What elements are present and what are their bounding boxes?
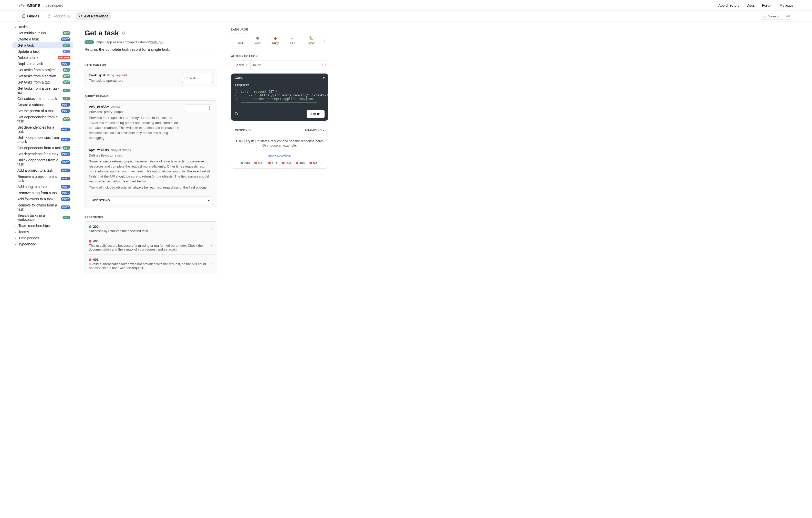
method-badge: POST: [61, 37, 70, 41]
response-row[interactable]: 400This usually occurs because of a miss…: [85, 236, 217, 255]
status-chip[interactable]: 500: [310, 161, 319, 165]
try-it-inline[interactable]: Try It!: [244, 139, 256, 143]
nav-forum[interactable]: Forum: [762, 3, 772, 7]
status-dot-icon: [296, 162, 298, 164]
lang-shell[interactable]: ›_Shell: [231, 34, 248, 47]
sidebar-group[interactable]: ▸Time periods: [12, 235, 75, 241]
method-badge: POST: [61, 169, 70, 172]
status-chip[interactable]: 403: [282, 161, 291, 165]
tab-guides[interactable]: Guides: [19, 12, 42, 20]
chevron-down-icon[interactable]: ▾: [323, 76, 324, 80]
status-chip[interactable]: 404: [296, 161, 305, 165]
sidebar-item[interactable]: Get dependents from a taskGET: [12, 145, 73, 151]
method-badge: GET: [62, 216, 70, 219]
sidebar-item[interactable]: Unlink dependencies from a taskPOST: [12, 135, 73, 145]
sidebar-item[interactable]: Add a tag to a taskPOST: [12, 184, 73, 190]
nav-docs[interactable]: Docs: [747, 3, 755, 7]
chevron-right-icon: ▸: [15, 231, 18, 233]
sidebar-item[interactable]: Remove followers from a taskPOST: [12, 202, 73, 212]
sidebar-item[interactable]: Get tasks from a projectGET: [12, 67, 73, 73]
sidebar-group-tasks[interactable]: ▾ Tasks: [12, 24, 75, 30]
shell-icon: ›_: [237, 36, 242, 40]
sidebar-item[interactable]: Get subtasks from a taskGET: [12, 95, 73, 102]
scrollbar[interactable]: [241, 102, 317, 103]
sidebar-item[interactable]: Get multiple tasksGET: [12, 30, 73, 36]
sidebar-item[interactable]: Set dependencies for a taskPOST: [12, 124, 73, 135]
try-it-button[interactable]: Try It!: [307, 110, 324, 118]
tab-label: Guides: [27, 14, 39, 18]
endpoint-description: Returns the complete task record for a s…: [85, 47, 217, 52]
param-select-opt-pretty[interactable]: ▲▼: [185, 104, 213, 112]
add-string-button[interactable]: ADD STRING +: [89, 197, 213, 204]
status-dot-icon: [89, 240, 91, 242]
nav-my-apps[interactable]: My apps: [780, 3, 793, 7]
sidebar-item[interactable]: Remove a project from a taskPOST: [12, 173, 73, 184]
sidebar-item[interactable]: Create a taskPOST: [12, 36, 73, 42]
right-column: LANGUAGE ›_Shell ⬢Node ◆Ruby phpPHP 🐍Pyt…: [227, 22, 333, 280]
sidebar-group[interactable]: ▸Teams: [12, 229, 75, 235]
plus-icon: +: [208, 199, 209, 202]
path-params-box: task_gidstringrequired The task to opera…: [85, 69, 217, 87]
examples-dropdown[interactable]: EXAMPLES ▾: [305, 128, 324, 132]
method-badge: POST: [61, 197, 70, 201]
sidebar-item[interactable]: Delete a taskDELETE: [12, 55, 73, 61]
flask-icon: [48, 15, 51, 18]
sidebar-item-label: Create a task: [18, 37, 61, 41]
info-icon[interactable]: ⓘ: [320, 60, 328, 69]
sidebar-item[interactable]: Create a subtaskPOST: [12, 102, 73, 108]
sidebar-group[interactable]: ▸Typeahead: [12, 241, 75, 247]
more-languages-icon[interactable]: ⋮: [320, 36, 328, 44]
sidebar-item[interactable]: Unlink dependents from a taskPOST: [12, 157, 73, 167]
tab-api-reference[interactable]: API Reference: [76, 12, 111, 20]
expand-icon[interactable]: ⤢: [210, 262, 213, 266]
search-input[interactable]: [768, 15, 784, 18]
auth-type-select[interactable]: Bearer▾: [231, 60, 251, 69]
group-label: Typeahead: [19, 242, 36, 246]
sidebar-item[interactable]: Get tasks from a user task listGET: [12, 85, 73, 95]
expand-icon[interactable]: ⤢: [210, 227, 213, 231]
lang-python[interactable]: 🐍Python: [303, 34, 319, 47]
status-chip[interactable]: 200: [240, 161, 250, 165]
sidebar-item[interactable]: Add a project to a taskPOST: [12, 167, 73, 173]
search-box[interactable]: ⌘K: [760, 13, 793, 20]
response-desc: This usually occurs because of a missing…: [89, 243, 210, 251]
auth-token-input[interactable]: [251, 60, 320, 69]
sidebar-item[interactable]: Add followers to a taskPOST: [12, 196, 73, 202]
content-type[interactable]: application/json: [235, 153, 324, 157]
sidebar-item[interactable]: Duplicate a taskPOST: [12, 61, 73, 67]
param-input-task-gid[interactable]: [182, 73, 213, 83]
response-row[interactable]: 401A valid authentication token was not …: [85, 255, 217, 273]
sidebar-item[interactable]: Get tasks from a sectionGET: [12, 73, 73, 79]
sidebar-item[interactable]: Search tasks in a workspaceGET: [12, 212, 73, 223]
param-type: array of strings: [110, 148, 130, 152]
lang-php[interactable]: phpPHP: [285, 34, 301, 47]
sidebar-item[interactable]: Update a taskPUT: [12, 49, 73, 55]
sidebar-item[interactable]: Get a taskGET: [12, 42, 73, 49]
sidebar-item[interactable]: Set dependents for a taskPOST: [12, 151, 73, 157]
sidebar-item-label: Get tasks from a project: [18, 68, 62, 72]
nav-app-directory[interactable]: App directory: [718, 3, 739, 7]
code-footer: Try It!: [231, 107, 328, 121]
param-row-opt-pretty: opt_prettyboolean Provides "pretty" outp…: [85, 101, 217, 144]
sidebar-item[interactable]: Get dependencies from a taskGET: [12, 114, 73, 124]
response-row[interactable]: 200Successfully retrieved the specified …: [85, 222, 217, 236]
logo-area[interactable]: asana developers: [19, 3, 63, 8]
lang-node[interactable]: ⬢Node: [249, 34, 266, 47]
status-chip[interactable]: 400: [254, 161, 264, 165]
expand-icon[interactable]: ⤢: [210, 243, 213, 247]
sidebar-group[interactable]: ▸Team memberships: [12, 223, 75, 229]
response-title: RESPONSE: [235, 128, 252, 132]
lang-ruby[interactable]: ◆Ruby: [267, 34, 284, 47]
tab-recipes[interactable]: Recipes: [44, 12, 74, 20]
status-chip[interactable]: 401: [268, 161, 278, 165]
search-kbd: ⌘K: [786, 15, 790, 18]
sidebar-item[interactable]: Get tasks from a tagGET: [12, 79, 73, 85]
copy-icon[interactable]: [235, 112, 238, 116]
doc-column: Get a task GET https://app.asana.com/api…: [75, 22, 227, 280]
sidebar-item[interactable]: Set the parent of a taskPOST: [12, 108, 73, 114]
param-desc: The task to operate on.: [89, 78, 178, 83]
sidebar-item[interactable]: Remove a tag from a taskPOST: [12, 190, 73, 196]
code-line: 2 --url https://app.asana.com/api/1.0/ta…: [235, 93, 324, 97]
group-label: Teams: [19, 230, 29, 234]
status-dot-icon: [240, 162, 243, 164]
